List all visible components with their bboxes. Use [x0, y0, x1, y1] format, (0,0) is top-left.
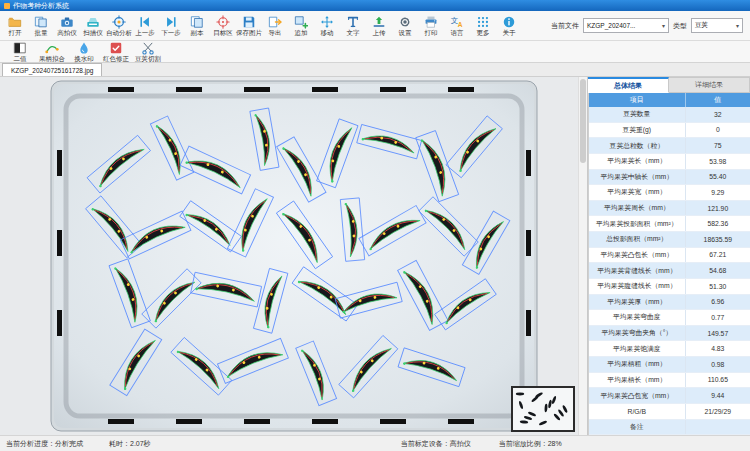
toolbar-button-label: 更多	[477, 30, 490, 37]
toolbar-button-print[interactable]: 打印	[418, 12, 444, 40]
result-label: 豆荚重(g)	[589, 123, 686, 138]
toolbar-button-copy[interactable]: 副本	[184, 12, 210, 40]
result-value: 582.36	[686, 216, 750, 231]
table-header-value: 值	[686, 93, 750, 107]
result-row: 平均果荚厚（mm）6.96	[589, 295, 750, 311]
toolbar-button-about[interactable]: 关于	[496, 12, 522, 40]
result-row: 平均果荚中轴长（mm）55.40	[589, 170, 750, 186]
toolbar-button-arrow-right[interactable]: 下一步	[158, 12, 184, 40]
result-value: 4.83	[686, 341, 750, 356]
toolbar-button-save[interactable]: 保存图片	[236, 12, 262, 40]
toolbar-button-settings[interactable]: 设置	[392, 12, 418, 40]
viewer-vertical-scrollbar[interactable]	[578, 77, 587, 435]
result-label: 平均果荚中轴长（mm）	[589, 170, 686, 185]
result-label: 平均果荚凸包长（mm）	[589, 248, 686, 263]
toolbar-button-label: 扫描仪	[83, 30, 103, 37]
toolbar-button-label: 文字	[347, 30, 360, 37]
result-row: 平均果荚凸包宽（mm）9.44	[589, 388, 750, 404]
tab-overall-results[interactable]: 总体结果	[588, 77, 669, 93]
toolbar-button-auto-analyze[interactable]: 自动分析	[106, 12, 132, 40]
result-value: 32	[686, 107, 750, 122]
tab-detailed-results[interactable]: 详细结果	[669, 77, 750, 93]
result-value: 67.21	[686, 248, 750, 263]
toolbar-button-language[interactable]: 文A语言	[444, 12, 470, 40]
move-icon	[320, 15, 334, 29]
current-file-select[interactable]: KZGP_202407... ▾	[583, 18, 669, 33]
batch-icon	[34, 15, 48, 29]
result-value: 6.96	[686, 295, 750, 310]
toolbar-button-label: 自动分析	[106, 30, 132, 37]
save-icon	[242, 15, 256, 29]
toolbar-button-export[interactable]: 导出	[262, 12, 288, 40]
result-row: 总投影面积（mm²）18635.59	[589, 232, 750, 248]
main-toolbar: 打开批量高拍仪扫描仪自动分析上一步下一步副本目标区保存图片导出追加移动文字上传设…	[0, 11, 750, 41]
analysis-image[interactable]	[50, 80, 538, 432]
result-label: 平均果荚背缝线长（mm）	[589, 263, 686, 278]
result-label: 平均果荚弯曲夹角（°）	[589, 326, 686, 341]
scrollbar-thumb[interactable]	[580, 79, 586, 163]
tool-button-watermark[interactable]: 换水印	[68, 41, 100, 62]
document-tabbar: KZGP_20240725161728.jpg	[0, 63, 750, 77]
result-row: 平均果柄长（mm）110.65	[589, 373, 750, 389]
toolbar-button-arrow-left[interactable]: 上一步	[132, 12, 158, 40]
result-value: 18635.59	[686, 232, 750, 247]
tool-button-label: 豆荚切割	[135, 56, 161, 63]
tool-button-binary[interactable]: 二值	[4, 41, 36, 62]
app-icon	[4, 3, 10, 9]
toolbar-button-label: 打印	[425, 30, 438, 37]
language-icon: 文A	[450, 15, 464, 29]
image-tab[interactable]: KZGP_20240725161728.jpg	[2, 63, 102, 76]
tool-button-pod-cut[interactable]: 豆荚切割	[132, 41, 164, 62]
chevron-down-icon: ▾	[662, 22, 665, 29]
toolbar-button-label: 批量	[35, 30, 48, 37]
upload-icon	[372, 15, 386, 29]
result-value: 53.98	[686, 154, 750, 169]
about-icon	[502, 15, 516, 29]
tool-button-stem-fit[interactable]: 果柄拟合	[36, 41, 68, 62]
result-row: 豆荚数量32	[589, 107, 750, 123]
result-label: 平均果荚厚（mm）	[589, 295, 686, 310]
result-label: 平均果荚长（mm）	[589, 154, 686, 169]
secondary-toolbar: 二值果柄拟合换水印红色修正豆荚切割	[0, 41, 750, 63]
append-icon	[294, 15, 308, 29]
toolbar-button-target[interactable]: 目标区	[210, 12, 236, 40]
results-table: 项目 值 豆荚数量32豆荚重(g)0豆荚总粒数（粒）75平均果荚长（mm）53.…	[588, 93, 750, 435]
image-viewer[interactable]	[0, 77, 588, 435]
calibration-device-text: 当前标定设备：高拍仪	[401, 439, 471, 449]
toolbar-button-more[interactable]: 更多	[470, 12, 496, 40]
toolbar-button-label: 语言	[451, 30, 464, 37]
current-file-label: 当前文件	[551, 21, 579, 31]
result-value: 9.44	[686, 388, 750, 403]
result-value: 149.57	[686, 326, 750, 341]
toolbar-button-label: 副本	[191, 30, 204, 37]
result-label: 平均果荚腹缝线长（mm）	[589, 279, 686, 294]
type-label: 类型	[673, 21, 687, 31]
toolbar-button-open-folder[interactable]: 打开	[2, 12, 28, 40]
table-header-item: 项目	[589, 93, 686, 107]
print-icon	[424, 15, 438, 29]
result-label: R/G/B	[589, 404, 686, 419]
toolbar-button-text[interactable]: 文字	[340, 12, 366, 40]
table-header: 项目 值	[589, 93, 750, 107]
toolbar-button-label: 保存图片	[236, 30, 262, 37]
toolbar-button-append[interactable]: 追加	[288, 12, 314, 40]
tool-button-red-fix[interactable]: 红色修正	[100, 41, 132, 62]
binary-preview-inset[interactable]	[511, 386, 575, 432]
toolbar-button-label: 移动	[321, 30, 334, 37]
more-icon	[476, 15, 490, 29]
type-select[interactable]: 豆荚 ▾	[691, 18, 743, 33]
current-file-value: KZGP_202407...	[587, 22, 635, 29]
result-value: 54.68	[686, 263, 750, 278]
toolbar-button-upload[interactable]: 上传	[366, 12, 392, 40]
copy-icon	[190, 15, 204, 29]
toolbar-button-batch[interactable]: 批量	[28, 12, 54, 40]
tool-button-label: 二值	[14, 56, 27, 63]
result-label: 平均果荚投影面积（mm²）	[589, 216, 686, 231]
toolbar-button-move[interactable]: 移动	[314, 12, 340, 40]
titlebar: 作物考种分析系统	[0, 0, 750, 11]
toolbar-button-scanner[interactable]: 扫描仪	[80, 12, 106, 40]
auto-analyze-icon	[112, 15, 126, 29]
app-window: 作物考种分析系统 打开批量高拍仪扫描仪自动分析上一步下一步副本目标区保存图片导出…	[0, 0, 750, 451]
toolbar-button-camera[interactable]: 高拍仪	[54, 12, 80, 40]
result-label: 豆荚总粒数（粒）	[589, 138, 686, 153]
